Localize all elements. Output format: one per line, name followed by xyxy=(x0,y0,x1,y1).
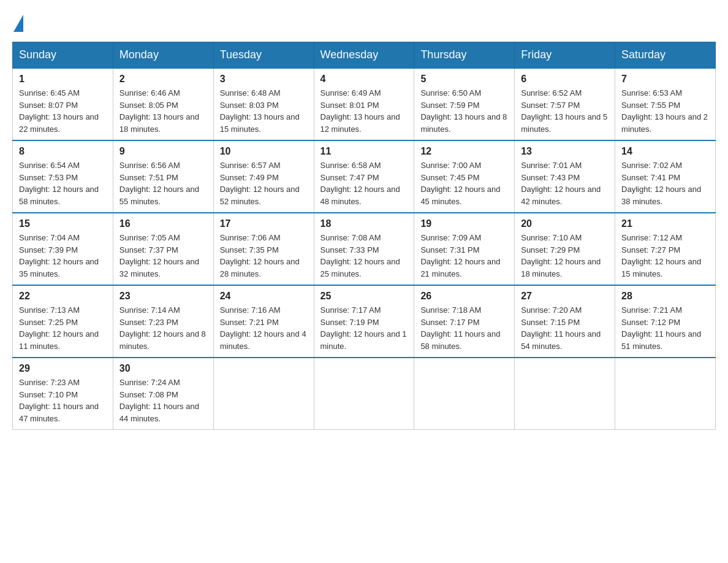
calendar-week-row: 1Sunrise: 6:45 AMSunset: 8:07 PMDaylight… xyxy=(13,68,716,140)
day-info: Sunrise: 7:14 AMSunset: 7:23 PMDaylight:… xyxy=(119,304,207,352)
day-number: 11 xyxy=(320,146,408,157)
calendar-header: SundayMondayTuesdayWednesdayThursdayFrid… xyxy=(13,42,716,69)
day-info: Sunrise: 6:57 AMSunset: 7:49 PMDaylight:… xyxy=(220,159,308,207)
logo xyxy=(12,12,23,32)
day-number: 5 xyxy=(420,74,508,85)
calendar-day-cell: 30Sunrise: 7:24 AMSunset: 7:08 PMDayligh… xyxy=(113,358,213,430)
day-number: 1 xyxy=(19,74,107,85)
calendar-day-cell: 16Sunrise: 7:05 AMSunset: 7:37 PMDayligh… xyxy=(113,213,213,285)
calendar-day-cell: 18Sunrise: 7:08 AMSunset: 7:33 PMDayligh… xyxy=(314,213,414,285)
weekday-header-friday: Friday xyxy=(515,42,615,69)
day-info: Sunrise: 7:21 AMSunset: 7:12 PMDaylight:… xyxy=(621,304,709,352)
day-number: 26 xyxy=(420,291,508,302)
day-info: Sunrise: 6:49 AMSunset: 8:01 PMDaylight:… xyxy=(320,87,408,135)
calendar-day-cell: 15Sunrise: 7:04 AMSunset: 7:39 PMDayligh… xyxy=(13,213,113,285)
day-info: Sunrise: 6:48 AMSunset: 8:03 PMDaylight:… xyxy=(220,87,308,135)
day-number: 27 xyxy=(521,291,609,302)
calendar-day-cell xyxy=(213,358,314,430)
calendar-week-row: 29Sunrise: 7:23 AMSunset: 7:10 PMDayligh… xyxy=(13,358,716,430)
day-number: 24 xyxy=(220,291,308,302)
calendar-day-cell: 9Sunrise: 6:56 AMSunset: 7:51 PMDaylight… xyxy=(113,140,213,213)
calendar-body: 1Sunrise: 6:45 AMSunset: 8:07 PMDaylight… xyxy=(13,68,716,430)
calendar-day-cell: 6Sunrise: 6:52 AMSunset: 7:57 PMDaylight… xyxy=(515,68,615,140)
day-info: Sunrise: 7:01 AMSunset: 7:43 PMDaylight:… xyxy=(521,159,609,207)
calendar-day-cell: 25Sunrise: 7:17 AMSunset: 7:19 PMDayligh… xyxy=(314,285,414,358)
day-info: Sunrise: 6:54 AMSunset: 7:53 PMDaylight:… xyxy=(19,159,107,207)
day-number: 16 xyxy=(119,218,207,229)
calendar-day-cell xyxy=(414,358,515,430)
calendar-day-cell: 2Sunrise: 6:46 AMSunset: 8:05 PMDaylight… xyxy=(113,68,213,140)
day-number: 15 xyxy=(19,218,107,229)
day-info: Sunrise: 7:00 AMSunset: 7:45 PMDaylight:… xyxy=(420,159,508,207)
day-number: 14 xyxy=(621,146,709,157)
day-number: 17 xyxy=(220,218,308,229)
calendar-day-cell: 12Sunrise: 7:00 AMSunset: 7:45 PMDayligh… xyxy=(414,140,515,213)
calendar-day-cell: 10Sunrise: 6:57 AMSunset: 7:49 PMDayligh… xyxy=(213,140,314,213)
day-info: Sunrise: 7:04 AMSunset: 7:39 PMDaylight:… xyxy=(19,232,107,280)
calendar-day-cell: 26Sunrise: 7:18 AMSunset: 7:17 PMDayligh… xyxy=(414,285,515,358)
day-info: Sunrise: 6:56 AMSunset: 7:51 PMDaylight:… xyxy=(119,159,207,207)
day-info: Sunrise: 7:05 AMSunset: 7:37 PMDaylight:… xyxy=(119,232,207,280)
calendar-day-cell: 11Sunrise: 6:58 AMSunset: 7:47 PMDayligh… xyxy=(314,140,414,213)
day-number: 30 xyxy=(119,363,207,374)
weekday-header-sunday: Sunday xyxy=(13,42,113,69)
calendar-week-row: 15Sunrise: 7:04 AMSunset: 7:39 PMDayligh… xyxy=(13,213,716,285)
day-number: 12 xyxy=(420,146,508,157)
day-info: Sunrise: 6:46 AMSunset: 8:05 PMDaylight:… xyxy=(119,87,207,135)
day-number: 9 xyxy=(119,146,207,157)
day-number: 18 xyxy=(320,218,408,229)
calendar-day-cell xyxy=(314,358,414,430)
day-number: 3 xyxy=(220,74,308,85)
calendar-day-cell: 4Sunrise: 6:49 AMSunset: 8:01 PMDaylight… xyxy=(314,68,414,140)
day-info: Sunrise: 7:17 AMSunset: 7:19 PMDaylight:… xyxy=(320,304,408,352)
day-number: 13 xyxy=(521,146,609,157)
calendar-day-cell: 14Sunrise: 7:02 AMSunset: 7:41 PMDayligh… xyxy=(615,140,716,213)
day-info: Sunrise: 7:09 AMSunset: 7:31 PMDaylight:… xyxy=(420,232,508,280)
calendar-day-cell: 29Sunrise: 7:23 AMSunset: 7:10 PMDayligh… xyxy=(13,358,113,430)
calendar-day-cell xyxy=(615,358,716,430)
calendar-day-cell: 19Sunrise: 7:09 AMSunset: 7:31 PMDayligh… xyxy=(414,213,515,285)
day-number: 2 xyxy=(119,74,207,85)
weekday-header-wednesday: Wednesday xyxy=(314,42,414,69)
day-info: Sunrise: 7:06 AMSunset: 7:35 PMDaylight:… xyxy=(220,232,308,280)
day-number: 4 xyxy=(320,74,408,85)
calendar-week-row: 8Sunrise: 6:54 AMSunset: 7:53 PMDaylight… xyxy=(13,140,716,213)
day-info: Sunrise: 6:58 AMSunset: 7:47 PMDaylight:… xyxy=(320,159,408,207)
day-info: Sunrise: 6:50 AMSunset: 7:59 PMDaylight:… xyxy=(420,87,508,135)
day-info: Sunrise: 7:18 AMSunset: 7:17 PMDaylight:… xyxy=(420,304,508,352)
calendar-table: SundayMondayTuesdayWednesdayThursdayFrid… xyxy=(12,42,716,430)
calendar-day-cell xyxy=(515,358,615,430)
day-info: Sunrise: 7:08 AMSunset: 7:33 PMDaylight:… xyxy=(320,232,408,280)
calendar-day-cell: 23Sunrise: 7:14 AMSunset: 7:23 PMDayligh… xyxy=(113,285,213,358)
day-info: Sunrise: 7:02 AMSunset: 7:41 PMDaylight:… xyxy=(621,159,709,207)
day-number: 7 xyxy=(621,74,709,85)
day-info: Sunrise: 6:52 AMSunset: 7:57 PMDaylight:… xyxy=(521,87,609,135)
day-number: 23 xyxy=(119,291,207,302)
calendar-day-cell: 27Sunrise: 7:20 AMSunset: 7:15 PMDayligh… xyxy=(515,285,615,358)
logo-triangle-icon xyxy=(13,15,23,32)
day-info: Sunrise: 7:13 AMSunset: 7:25 PMDaylight:… xyxy=(19,304,107,352)
day-number: 6 xyxy=(521,74,609,85)
day-info: Sunrise: 7:20 AMSunset: 7:15 PMDaylight:… xyxy=(521,304,609,352)
day-number: 25 xyxy=(320,291,408,302)
day-info: Sunrise: 7:23 AMSunset: 7:10 PMDaylight:… xyxy=(19,377,107,424)
weekday-header-monday: Monday xyxy=(113,42,213,69)
calendar-day-cell: 22Sunrise: 7:13 AMSunset: 7:25 PMDayligh… xyxy=(13,285,113,358)
day-number: 20 xyxy=(521,218,609,229)
calendar-day-cell: 28Sunrise: 7:21 AMSunset: 7:12 PMDayligh… xyxy=(615,285,716,358)
weekday-header-tuesday: Tuesday xyxy=(213,42,314,69)
day-number: 8 xyxy=(19,146,107,157)
day-number: 28 xyxy=(621,291,709,302)
day-number: 22 xyxy=(19,291,107,302)
day-info: Sunrise: 7:12 AMSunset: 7:27 PMDaylight:… xyxy=(621,232,709,280)
weekday-header-thursday: Thursday xyxy=(414,42,515,69)
calendar-day-cell: 13Sunrise: 7:01 AMSunset: 7:43 PMDayligh… xyxy=(515,140,615,213)
calendar-day-cell: 17Sunrise: 7:06 AMSunset: 7:35 PMDayligh… xyxy=(213,213,314,285)
calendar-week-row: 22Sunrise: 7:13 AMSunset: 7:25 PMDayligh… xyxy=(13,285,716,358)
day-number: 21 xyxy=(621,218,709,229)
calendar-day-cell: 3Sunrise: 6:48 AMSunset: 8:03 PMDaylight… xyxy=(213,68,314,140)
weekday-header-row: SundayMondayTuesdayWednesdayThursdayFrid… xyxy=(13,42,716,69)
calendar-day-cell: 20Sunrise: 7:10 AMSunset: 7:29 PMDayligh… xyxy=(515,213,615,285)
day-info: Sunrise: 6:45 AMSunset: 8:07 PMDaylight:… xyxy=(19,87,107,135)
calendar-day-cell: 5Sunrise: 6:50 AMSunset: 7:59 PMDaylight… xyxy=(414,68,515,140)
